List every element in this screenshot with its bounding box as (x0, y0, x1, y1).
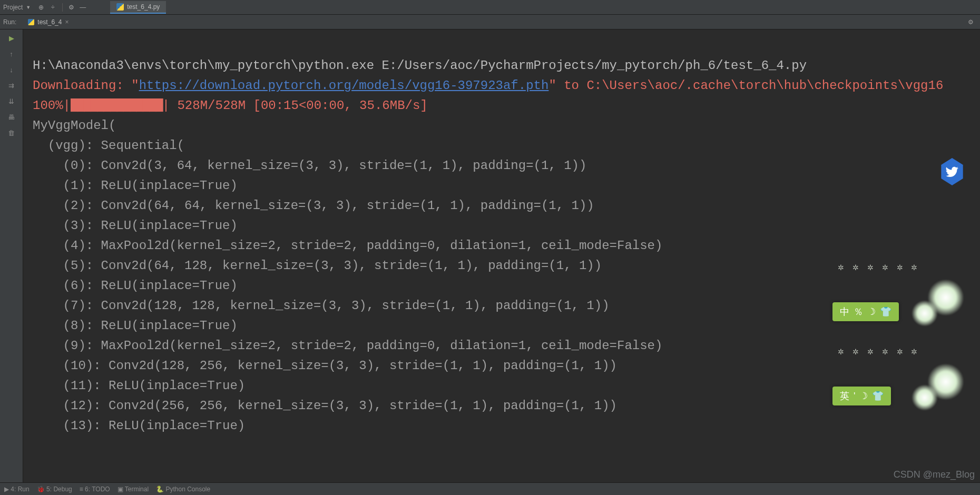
divide-icon[interactable]: ÷ (47, 2, 58, 13)
bottom-tool-tab[interactable]: 🐍 Python Console (156, 486, 210, 493)
python-run-icon (28, 19, 34, 25)
run-console[interactable]: H:\Anaconda3\envs\torch\my_pytorch\pytho… (23, 29, 980, 482)
scroll-end-icon[interactable]: ⇊ (6, 96, 17, 106)
watermark-text: CSDN @mez_Blog (894, 469, 975, 480)
python-file-icon (116, 3, 124, 11)
run-toolwindow-bar: Run: test_6_4 × ⚙ (0, 15, 980, 29)
model-output: MyVggModel( (vgg): Sequential( (0): Conv… (33, 116, 980, 436)
command-line: H:\Anaconda3\envs\torch\my_pytorch\pytho… (33, 58, 807, 73)
progress-bar: ██████████████ (71, 98, 162, 113)
bottom-tool-tab[interactable]: ▣ Terminal (117, 486, 149, 493)
run-config-tab[interactable]: test_6_4 × (24, 17, 73, 27)
print-icon[interactable]: 🖶 (6, 112, 17, 122)
editor-tab-label: test_6_4.py (127, 3, 160, 11)
trash-icon[interactable]: 🗑 (6, 127, 17, 138)
project-dropdown-caret-icon[interactable]: ▼ (26, 5, 31, 10)
bottom-status-bar: ▶ 4: Run🐞 5: Debug≡ 6: TODO▣ Terminal🐍 P… (0, 482, 980, 495)
gear-icon[interactable]: ⚙ (66, 2, 76, 13)
project-toolbar: Project ▼ ⊕ ÷ ⚙ — test_6_4.py (0, 0, 980, 15)
rerun-icon[interactable]: ▶ (6, 33, 17, 43)
run-config-label: test_6_4 (37, 18, 62, 26)
close-icon[interactable]: × (65, 18, 68, 26)
separator (62, 3, 63, 12)
run-label: Run: (3, 18, 16, 26)
run-gutter: ▶ ↑ ↓ ⇉ ⇊ 🖶 🗑 (0, 29, 23, 482)
bottom-tool-tab[interactable]: ▶ 4: Run (4, 486, 30, 493)
toggle-wrap-icon[interactable]: ⇉ (6, 80, 17, 91)
bottom-tool-tab[interactable]: ≡ 6: TODO (80, 486, 110, 493)
editor-tab[interactable]: test_6_4.py (110, 1, 166, 14)
downloading-line: Downloading: "https://download.pytorch.o… (33, 78, 943, 93)
download-url-link[interactable]: https://download.pytorch.org/models/vgg1… (139, 78, 549, 93)
settings-gear-icon[interactable]: ⚙ (968, 18, 974, 26)
main-area: ▶ ↑ ↓ ⇉ ⇊ 🖶 🗑 H:\Anaconda3\envs\torch\my… (0, 29, 980, 482)
down-arrow-icon[interactable]: ↓ (6, 64, 17, 75)
project-dropdown-label[interactable]: Project (3, 4, 23, 11)
up-arrow-icon[interactable]: ↑ (6, 48, 17, 59)
progress-line: 100%|██████████████| 528M/528M [00:15<00… (33, 98, 428, 113)
bottom-tool-tab[interactable]: 🐞 5: Debug (37, 486, 72, 493)
collapse-icon[interactable]: — (77, 2, 88, 13)
target-icon[interactable]: ⊕ (36, 2, 46, 13)
